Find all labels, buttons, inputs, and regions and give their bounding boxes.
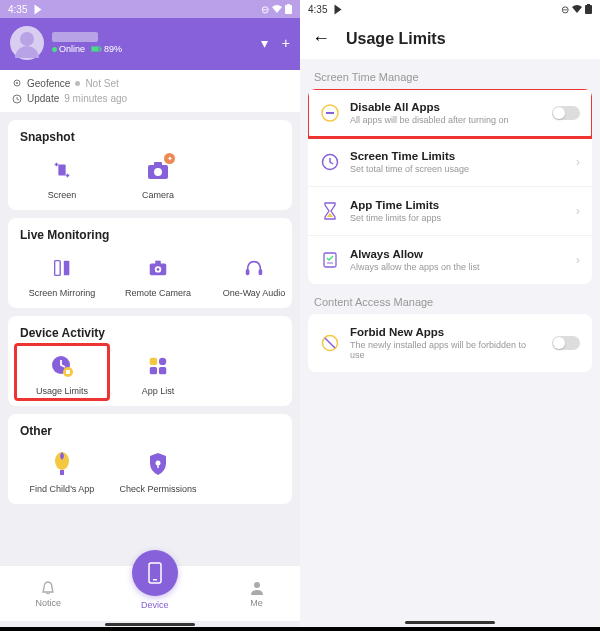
tile-label: Usage Limits — [36, 386, 88, 396]
toggle-forbid-apps[interactable] — [552, 336, 580, 350]
svg-point-32 — [254, 582, 260, 588]
svg-point-16 — [157, 268, 160, 271]
other-card: Other Find Child's App Check Permissions — [8, 414, 292, 504]
statusbar: 4:35 ⊖ — [300, 0, 600, 18]
tile-app-list[interactable]: App List — [112, 346, 204, 398]
phone-icon — [147, 561, 163, 585]
left-screen: 4:35 ⊖ Online 89% ▾ — [0, 0, 300, 627]
camera-icon: ✦ — [144, 156, 172, 184]
svg-rect-19 — [259, 269, 263, 275]
snapshot-card: Snapshot Screen ✦ Camera — [8, 120, 292, 210]
activity-title: Device Activity — [16, 326, 284, 340]
tile-label: Screen — [48, 190, 77, 200]
battery-label: 89% — [104, 44, 122, 54]
row-always-allow[interactable]: Always Allow Always allow the apps on th… — [308, 236, 592, 284]
tile-camera[interactable]: ✦ Camera — [112, 150, 204, 202]
tile-screen[interactable]: Screen — [16, 150, 108, 202]
tile-label: One-Way Audio — [223, 288, 286, 298]
row-sub: Set total time of screen usage — [350, 164, 566, 174]
svg-rect-36 — [326, 112, 334, 114]
row-disable-apps[interactable]: Disable All Apps All apps will be disabl… — [308, 89, 592, 138]
svg-rect-34 — [587, 4, 590, 6]
svg-rect-3 — [92, 47, 99, 51]
activity-card: Device Activity Usage Limits App List — [8, 316, 292, 406]
battery-icon — [585, 4, 592, 14]
headphones-icon — [240, 254, 268, 282]
svg-point-6 — [16, 82, 18, 84]
tile-label: Screen Mirroring — [29, 288, 96, 298]
info-strip: Geofence Not Set Update 9 minutes ago — [0, 70, 300, 112]
tile-audio[interactable]: One-Way Audio — [208, 248, 300, 300]
row-app-limits[interactable]: App Time Limits Set time limits for apps… — [308, 187, 592, 236]
do-not-disturb-icon: ⊖ — [561, 4, 569, 15]
svg-rect-13 — [64, 261, 70, 276]
location-icon — [12, 79, 22, 89]
chevron-right-icon: › — [576, 253, 580, 267]
svg-rect-0 — [285, 5, 292, 14]
content-list: Forbid New Apps The newly installed apps… — [308, 314, 592, 372]
row-title: Screen Time Limits — [350, 150, 566, 162]
row-sub: Always allow the apps on the list — [350, 262, 566, 272]
statusbar: 4:35 ⊖ — [0, 0, 300, 18]
row-title: App Time Limits — [350, 199, 566, 211]
update-row[interactable]: Update 9 minutes ago — [12, 91, 288, 106]
person-icon — [249, 580, 265, 596]
tabbar: Notice Device Me — [0, 565, 300, 621]
tab-device[interactable]: Device — [132, 550, 178, 610]
chevron-right-icon: › — [576, 204, 580, 218]
dropdown-button[interactable]: ▾ — [261, 35, 268, 51]
play-icon — [35, 4, 42, 14]
battery-small-icon — [91, 46, 102, 52]
update-value: 9 minutes ago — [64, 93, 127, 104]
back-button[interactable]: ← — [312, 28, 330, 49]
toggle-disable-apps[interactable] — [552, 106, 580, 120]
chevron-right-icon: › — [576, 155, 580, 169]
tab-label: Notice — [35, 598, 61, 608]
notification-badge-icon: ✦ — [164, 153, 175, 164]
hourglass-icon — [320, 201, 340, 221]
svg-rect-1 — [287, 4, 290, 6]
svg-rect-4 — [101, 48, 102, 51]
wifi-icon — [572, 5, 582, 13]
svg-rect-11 — [154, 162, 162, 166]
tile-label: Find Child's App — [30, 484, 95, 494]
clock-icon — [12, 94, 22, 104]
tab-me[interactable]: Me — [249, 580, 265, 608]
svg-rect-23 — [150, 358, 157, 365]
online-dot-icon — [52, 47, 57, 52]
svg-rect-22 — [66, 370, 70, 374]
row-title: Disable All Apps — [350, 101, 542, 113]
geofence-row[interactable]: Geofence Not Set — [12, 76, 288, 91]
svg-rect-33 — [585, 5, 592, 14]
shield-icon — [144, 450, 172, 478]
live-title: Live Monitoring — [16, 228, 284, 242]
svg-rect-24 — [159, 358, 166, 365]
status-label: Online — [59, 44, 85, 54]
tab-label: Me — [250, 598, 263, 608]
avatar[interactable] — [10, 26, 44, 60]
app-list-icon — [144, 352, 172, 380]
dot-icon — [75, 81, 80, 86]
tile-remote-camera[interactable]: Remote Camera — [112, 248, 204, 300]
bell-icon — [40, 580, 56, 596]
other-title: Other — [16, 424, 284, 438]
tile-mirror[interactable]: Screen Mirroring — [16, 248, 108, 300]
play-icon — [335, 4, 342, 14]
remote-camera-icon — [144, 254, 172, 282]
svg-rect-26 — [159, 367, 166, 374]
svg-rect-28 — [60, 470, 64, 475]
right-screen: 4:35 ⊖ ← Usage Limits Screen Time Manage… — [300, 0, 600, 627]
svg-rect-17 — [155, 261, 161, 265]
row-title: Forbid New Apps — [350, 326, 542, 338]
add-button[interactable]: + — [282, 35, 290, 51]
tile-label: Remote Camera — [125, 288, 191, 298]
tile-label: Check Permissions — [119, 484, 196, 494]
tile-usage-limits[interactable]: Usage Limits — [16, 346, 108, 398]
tile-permissions[interactable]: Check Permissions — [112, 444, 204, 496]
page-title: Usage Limits — [346, 30, 446, 48]
tab-notice[interactable]: Notice — [35, 580, 61, 608]
username-placeholder — [52, 32, 98, 42]
row-screen-limits[interactable]: Screen Time Limits Set total time of scr… — [308, 138, 592, 187]
tile-find-app[interactable]: Find Child's App — [16, 444, 108, 496]
row-forbid-apps[interactable]: Forbid New Apps The newly installed apps… — [308, 314, 592, 372]
